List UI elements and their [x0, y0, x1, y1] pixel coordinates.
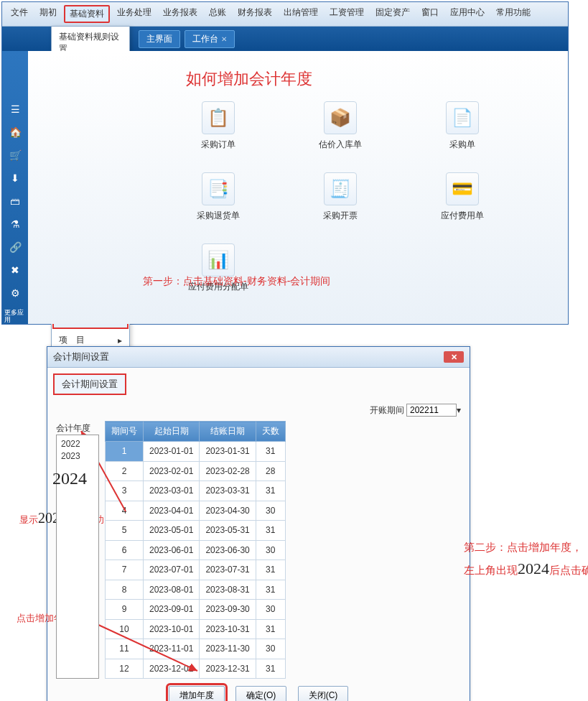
menu-window[interactable]: 窗口 [417, 5, 443, 23]
table-cell: 30 [256, 540, 285, 560]
open-period-input[interactable] [406, 404, 457, 417]
table-cell: 31 [256, 580, 285, 600]
menu-basic-data[interactable]: 基础资料 [64, 5, 110, 23]
table-cell: 2023-05-01 [144, 521, 200, 541]
svg-line-1 [97, 624, 197, 671]
menu-initial[interactable]: 期初 [35, 5, 61, 23]
table-cell: 2023-04-30 [200, 501, 256, 521]
step1-annotation: 第一步：点击基础资料-财务资料-会计期间 [143, 275, 330, 288]
table-row[interactable]: 92023-09-012023-09-3030 [106, 600, 286, 620]
table-cell: 9 [106, 600, 144, 620]
close-icon[interactable]: ✕ [221, 35, 227, 43]
nav-icon-7[interactable]: 🔗 [9, 241, 22, 254]
add-year-button[interactable]: 增加年度 [169, 686, 225, 701]
table-cell: 2023-11-30 [200, 639, 256, 659]
menu-ledger[interactable]: 总账 [205, 5, 230, 23]
open-period-row: 开账期间 ▾ [56, 404, 461, 417]
table-cell: 2023-09-30 [200, 600, 256, 620]
launcher-estimate-in[interactable]: 📦 估价入库单 [279, 101, 401, 151]
table-cell: 2023-06-01 [144, 540, 200, 560]
table-row[interactable]: 62023-06-012023-06-3030 [106, 540, 286, 560]
col-start-date: 起始日期 [144, 422, 200, 442]
dialog-titlebar: 会计期间设置 ✕ [47, 347, 470, 368]
menu-cashier[interactable]: 出纳管理 [279, 5, 322, 23]
launcher-grid: 📋 采购订单 📦 估价入库单 📄 采购单 📑 采购退货单 🧾 采购 [157, 101, 554, 293]
table-cell: 2023-10-31 [200, 619, 256, 639]
launcher-label: 估价入库单 [279, 139, 401, 151]
year-item[interactable]: 2023 [61, 450, 94, 463]
menu-business[interactable]: 业务处理 [113, 5, 156, 23]
col-close-date: 结账日期 [200, 422, 256, 442]
launcher-purchase-order[interactable]: 📋 采购订单 [157, 101, 279, 151]
table-cell: 30 [256, 501, 285, 521]
menu-shortcuts[interactable]: 常用功能 [492, 5, 535, 23]
dropdown-arrow-icon[interactable]: ▾ [457, 405, 461, 415]
tutorial-title: 如何增加会计年度 [186, 68, 312, 90]
table-cell: 2023-03-31 [200, 481, 256, 501]
chart-icon: 📊 [202, 243, 235, 277]
menu-payroll[interactable]: 工资管理 [325, 5, 368, 23]
launcher-return[interactable]: 📑 采购退货单 [157, 172, 279, 222]
menu-app-center[interactable]: 应用中心 [446, 5, 489, 23]
table-cell: 2023-02-28 [200, 461, 256, 481]
card-icon: 💳 [446, 172, 479, 205]
table-cell: 31 [256, 619, 285, 639]
menu-financial-reports[interactable]: 财务报表 [233, 5, 276, 23]
nav-more-apps[interactable]: 更多应用 [4, 310, 26, 324]
annotation-step2: 第二步：点击增加年度， 左上角出现2024后点击确定 [464, 539, 588, 581]
left-nav-strip: ☰ 🏠 🛒 ⬇ 🗃 ⚗ 🔗 ✖ ⚙ 更多应用 [2, 51, 28, 324]
table-cell: 28 [256, 461, 285, 481]
table-cell: 2023-03-01 [144, 481, 200, 501]
tab-workspace[interactable]: 工作台✕ [185, 30, 235, 48]
table-cell: 2023-05-31 [200, 521, 256, 541]
launcher-label: 采购开票 [279, 210, 401, 222]
ok-button[interactable]: 确定(O) [235, 686, 286, 701]
tab-home[interactable]: 主界面 [139, 30, 180, 48]
menu-biz-reports[interactable]: 业务报表 [159, 5, 202, 23]
launcher-label: 采购退货单 [157, 210, 279, 222]
nav-icon-5[interactable]: 🗃 [9, 195, 22, 208]
invoice-icon: 🧾 [324, 172, 357, 205]
dialog-title: 会计期间设置 [53, 350, 109, 363]
nav-icon-6[interactable]: ⚗ [9, 218, 22, 231]
nav-icon-3[interactable]: 🛒 [9, 149, 22, 162]
launcher-payable-fee[interactable]: 💳 应付费用单 [401, 172, 523, 222]
table-row[interactable]: 72023-07-012023-07-3131 [106, 560, 286, 580]
launcher-label: 采购单 [401, 139, 523, 151]
nav-icon-2[interactable]: 🏠 [9, 126, 22, 139]
box-icon: 📦 [324, 101, 357, 134]
table-cell: 30 [256, 600, 285, 620]
nav-icon-8[interactable]: ✖ [9, 264, 22, 277]
table-cell: 2023-01-31 [200, 442, 256, 462]
table-cell: 7 [106, 560, 144, 580]
table-cell: 2023-06-30 [200, 540, 256, 560]
close-button[interactable]: 关闭(C) [298, 686, 349, 701]
table-cell: 2023-01-01 [144, 442, 200, 462]
launcher-invoice[interactable]: 🧾 采购开票 [279, 172, 401, 222]
launcher-purchase[interactable]: 📄 采购单 [401, 101, 523, 151]
table-row[interactable]: 82023-08-012023-08-3131 [106, 580, 286, 600]
dialog-close-button[interactable]: ✕ [444, 351, 464, 363]
table-cell: 2023-04-01 [144, 501, 200, 521]
table-cell: 31 [256, 442, 285, 462]
workspace: 如何增加会计年度 📋 采购订单 📦 估价入库单 📄 采购单 📑 采购退货单 [28, 51, 568, 324]
nav-icon-1[interactable]: ☰ [9, 103, 22, 116]
nav-icon-4[interactable]: ⬇ [9, 172, 22, 185]
chevron-right-icon: ▸ [118, 335, 122, 345]
doc-icon: 📄 [446, 101, 479, 134]
year-list[interactable]: 2022 2023 2024 [56, 435, 99, 679]
menu-fixed-assets[interactable]: 固定资产 [371, 5, 414, 23]
menu-file[interactable]: 文件 [6, 5, 32, 23]
table-cell: 31 [256, 521, 285, 541]
table-cell: 8 [106, 580, 144, 600]
table-cell: 2023-08-31 [200, 580, 256, 600]
main-app-window: 文件 期初 基础资料 业务处理 业务报表 总账 财务报表 出纳管理 工资管理 固… [1, 1, 569, 325]
table-row[interactable]: 52023-05-012023-05-3131 [106, 521, 286, 541]
dialog-subtitle-highlight: 会计期间设置 [53, 373, 126, 395]
dialog-buttons: 增加年度 确定(O) 关闭(C) [56, 686, 461, 701]
year-item[interactable]: 2022 [61, 438, 94, 450]
table-cell: 5 [106, 521, 144, 541]
nav-icon-9[interactable]: ⚙ [9, 287, 22, 300]
menubar: 文件 期初 基础资料 业务处理 业务报表 总账 财务报表 出纳管理 工资管理 固… [2, 2, 568, 27]
app-body: ☰ 🏠 🛒 ⬇ 🗃 ⚗ 🔗 ✖ ⚙ 更多应用 基础资料规则设置 存货资料▸ 售价… [2, 51, 568, 324]
